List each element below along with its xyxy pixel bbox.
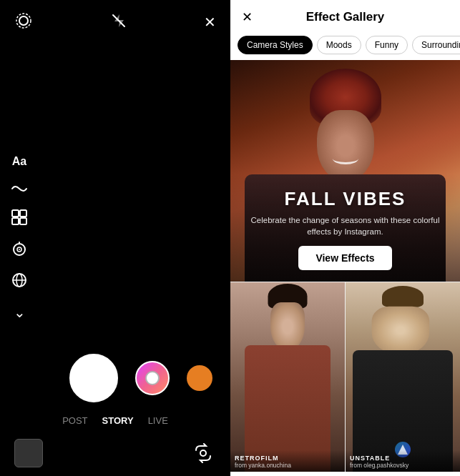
flash-icon[interactable] [111, 13, 127, 31]
close-camera-icon[interactable]: ✕ [204, 14, 216, 31]
text-tool[interactable]: Aa [11, 155, 27, 168]
effect-name-retrofilm: RETROFILM [235, 455, 341, 462]
timer-dot-button[interactable] [187, 365, 212, 391]
gallery-close-button[interactable]: ✕ [242, 9, 253, 25]
hero-title: FALL VIBES [242, 188, 449, 210]
svg-point-10 [19, 249, 20, 250]
flip-camera-button[interactable] [190, 440, 216, 466]
timer-tool[interactable] [11, 241, 27, 257]
svg-point-14 [200, 450, 206, 456]
camera-bottom: POST STORY LIVE [0, 342, 230, 476]
camera-settings-icon[interactable] [14, 11, 33, 33]
svg-rect-3 [12, 210, 19, 217]
effect-label-retrofilm: RETROFILM from yanka.onuchina [230, 450, 345, 472]
chevron-down-icon[interactable]: ⌄ [11, 304, 27, 321]
effect-label-unstable: Unstable from oleg.pashkovsky [346, 450, 460, 472]
camera-left-tools: Aa [11, 155, 27, 321]
gallery-thumbnail[interactable] [14, 439, 43, 467]
tab-surroundings[interactable]: Surroundings [412, 36, 460, 54]
record-mode-button[interactable] [135, 361, 170, 395]
gallery-tabs: Camera Styles Moods Funny Surroundings [230, 31, 460, 60]
effect-grid: RETROFILM from yanka.onuchina [230, 282, 460, 472]
filter-tool[interactable] [11, 272, 27, 288]
story-mode-tab[interactable]: STORY [102, 415, 134, 426]
layout-tool[interactable] [11, 209, 27, 225]
svg-point-0 [19, 16, 28, 25]
effect-name-unstable: Unstable [350, 455, 456, 462]
hero-overlay: FALL VIBES Celebrate the change of seaso… [230, 174, 460, 282]
camera-mode-bar: POST STORY LIVE [0, 411, 230, 433]
svg-rect-6 [20, 218, 26, 224]
gallery-title: Effect Gallery [306, 10, 385, 24]
camera-top-bar: ✕ [0, 0, 230, 44]
svg-rect-4 [20, 210, 26, 217]
post-mode-tab[interactable]: POST [62, 415, 87, 426]
tab-camera-styles[interactable]: Camera Styles [238, 36, 313, 54]
boomerang-tool[interactable] [11, 184, 27, 194]
live-mode-tab[interactable]: LIVE [148, 415, 168, 426]
tab-moods[interactable]: Moods [317, 36, 361, 54]
effect-thumb-unstable[interactable]: Unstable from oleg.pashkovsky [346, 282, 460, 472]
camera-controls [0, 342, 230, 411]
shutter-button[interactable] [69, 354, 118, 402]
effect-author-retrofilm: from yanka.onuchina [235, 462, 341, 469]
view-effects-button[interactable]: View Effects [298, 246, 391, 270]
effect-thumb-retrofilm[interactable]: RETROFILM from yanka.onuchina [230, 282, 346, 472]
svg-rect-5 [12, 218, 19, 224]
hero-banner: FALL VIBES Celebrate the change of seaso… [230, 60, 460, 282]
record-mode-inner [145, 371, 160, 385]
gallery-content: FALL VIBES Celebrate the change of seaso… [230, 60, 460, 476]
camera-panel: ✕ Aa [0, 0, 230, 476]
hero-subtitle: Celebrate the change of seasons with the… [242, 214, 449, 237]
gallery-panel: ✕ Effect Gallery Camera Styles Moods Fun… [230, 0, 460, 476]
tab-funny[interactable]: Funny [366, 36, 408, 54]
camera-bottom-bar [0, 433, 230, 476]
effect-author-unstable: from oleg.pashkovsky [350, 462, 456, 469]
gallery-header: ✕ Effect Gallery [230, 0, 460, 31]
